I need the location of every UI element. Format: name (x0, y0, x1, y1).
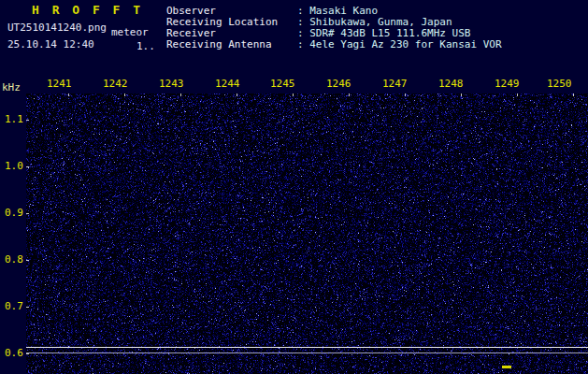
y-axis-tick-label: 0.7 (5, 301, 23, 312)
app-title: H R O F F T (32, 5, 143, 16)
event-marker (502, 366, 511, 368)
signal-baseline (26, 352, 588, 353)
x-axis-tick-label: 1248 (438, 79, 464, 90)
y-axis-tick-label: 1.1 (5, 114, 23, 125)
info-row-antenna: Receiving Antenna : 4ele Yagi Az 230 for… (166, 39, 502, 50)
y-axis-tick-label: 0.8 (5, 254, 23, 266)
y-axis-unit-label: kHz (2, 82, 21, 94)
y-axis-tick-label: 0.9 (5, 208, 23, 219)
capture-datetime: 25.10.14 12:40 (7, 39, 94, 50)
x-axis-tick-label: 1246 (326, 79, 351, 90)
x-axis-tick-label: 1243 (159, 79, 184, 90)
x-axis-tick-label: 1244 (215, 79, 240, 90)
observation-mode-label: meteor (111, 27, 149, 38)
y-axis-tick-label: 1.0 (5, 161, 23, 172)
info-value: : 4ele Yagi Az 230 for Kansai VOR (297, 39, 502, 50)
x-axis-tick-label: 1245 (270, 79, 295, 90)
hrofft-app-window: H R O F F T UT2510141240.png meteor 25.1… (0, 0, 588, 374)
spectrogram-canvas (26, 94, 588, 374)
capture-filename: UT2510141240.png (7, 22, 107, 34)
x-axis-tick-label: 1249 (495, 79, 520, 90)
info-label: Receiving Antenna (166, 39, 297, 50)
x-axis-tick-label: 1250 (547, 79, 572, 90)
capture-counter: 1.. (136, 41, 155, 52)
station-info-block: Observer : Masaki Kano Receiving Locatio… (166, 6, 502, 50)
signal-level-line (26, 347, 588, 348)
y-axis-tick-label: 0.6 (5, 348, 23, 359)
x-axis-tick-label: 1241 (47, 79, 72, 90)
x-axis-tick-label: 1247 (382, 79, 408, 90)
x-axis-tick-label: 1242 (103, 79, 128, 90)
